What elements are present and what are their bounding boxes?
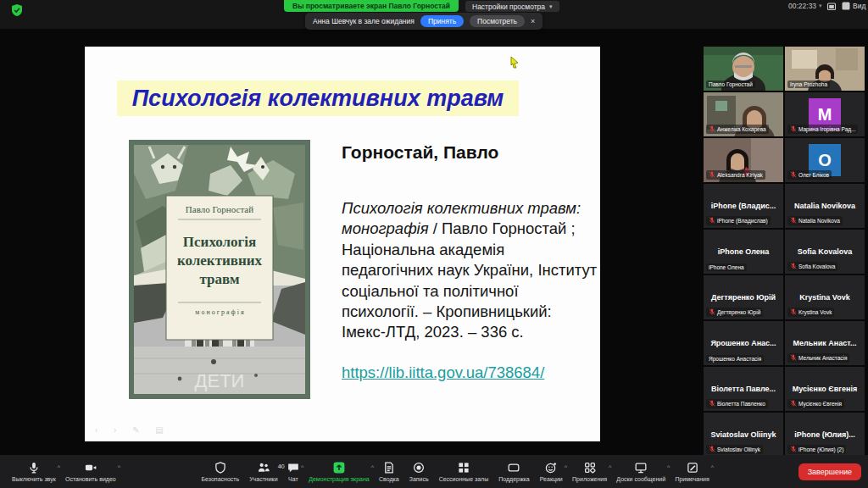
muted-mic-icon [790, 446, 797, 453]
meeting-toolbar: Выключить звук^Остановить видео^Безопасн… [0, 455, 868, 488]
muted-mic-icon [790, 263, 797, 270]
participant-name-label: Анжеліка Кохарева [706, 125, 769, 134]
participant-tile[interactable]: MМарина Ігорівна Рад... [785, 92, 865, 136]
participant-name-label: Sofia Kovalova [787, 262, 837, 271]
toolbar-label: Поддержка [498, 476, 530, 482]
toolbar-board-button[interactable]: Доски сообщений [611, 462, 670, 482]
participant-tile[interactable]: Павло Горностай [704, 47, 783, 91]
meeting-time-value: 00:22:33 [788, 2, 816, 10]
participant-name-label: iPhone (Юлия) (2) [787, 445, 846, 454]
participant-name-label: Віолетта Павленко [706, 399, 768, 408]
participant-name-label: iPhone (Владислав) [706, 216, 771, 225]
record-icon [413, 462, 425, 474]
svg-text:Павло Горностай: Павло Горностай [186, 204, 253, 214]
toolbar-support-button[interactable]: Поддержка [493, 462, 535, 482]
muted-mic-icon [709, 400, 715, 408]
participant-tile[interactable]: Мельник Анаст...Мельник Анастасія [785, 321, 865, 365]
book-cover-image: ДЕТИ Павло Горностай Психологія колектив… [129, 140, 310, 399]
participant-tile[interactable]: Анжеліка Кохарева [704, 92, 783, 136]
participant-name-label: Мельник Анастасія [787, 353, 849, 363]
muted-mic-icon [709, 446, 715, 453]
toolbar-label: Выключить звук [12, 476, 56, 482]
toolbar-note-button[interactable]: Примечания [670, 462, 714, 482]
participant-tile[interactable]: Krystina VovkKrystina Vovk [785, 275, 865, 319]
participant-name-label: Дегтяренко Юрій [706, 308, 763, 317]
toolbar-smile-button[interactable]: Реакции [535, 462, 568, 482]
admit-button[interactable]: Принять [420, 15, 464, 27]
fullscreen-icon[interactable] [826, 2, 837, 12]
participant-tile[interactable]: Віолетта Павле...Віолетта Павленко [704, 367, 783, 411]
chat-icon [287, 462, 299, 474]
book-citation: Психологія колективних травм: монографія… [342, 198, 598, 343]
toolbar-cam-button[interactable]: Остановить видео [60, 462, 121, 482]
view-button[interactable]: Вид [842, 2, 865, 10]
book-author-heading: Горностай, Павло [342, 142, 598, 163]
participant-name-label: Sviatoslav Oliinyk [706, 445, 763, 454]
participant-name-label: Krystina Vovk [787, 308, 834, 317]
svg-text:травм: травм [200, 271, 240, 287]
toolbar-mic-button[interactable]: Выключить звук [7, 462, 61, 482]
toolbar-label: Сессионные залы [439, 476, 489, 482]
participant-tile[interactable]: Natalia NovikovaNatalia Novikova [785, 184, 865, 228]
toolbar-chat-button[interactable]: Чат [282, 462, 304, 482]
meeting-timer[interactable]: 00:22:33 ▾ [788, 2, 822, 10]
toolbar-people-button[interactable]: 40Участники [244, 462, 282, 482]
participant-tile[interactable]: OОлег Бліков [785, 138, 865, 182]
share-icon [333, 462, 345, 474]
slide-nav-controls[interactable]: ‹ › ✎ ▤ [95, 425, 170, 435]
view-settings-dropdown[interactable]: Настройки просмотра ▾ [465, 1, 559, 12]
muted-mic-icon [790, 125, 797, 133]
participant-tile[interactable]: Дегтяренко ЮрійДегтяренко Юрій [704, 275, 783, 319]
participant-tile[interactable]: iPhone (Владис...iPhone (Владислав) [704, 184, 783, 228]
participant-name-label: Мусієнко Євгенія [787, 399, 844, 408]
toolbar-doc-button[interactable]: Сводка [374, 462, 404, 482]
toolbar-label: Доски сообщений [616, 476, 665, 482]
toast-message: Анна Шевчук в зале ожидания [313, 17, 415, 25]
participant-name-label: Олег Бліков [787, 170, 832, 180]
toolbar-share-button[interactable]: Демонстрация экрана [303, 462, 375, 482]
end-meeting-button[interactable]: Завершение [798, 463, 861, 480]
see-waiting-room-button[interactable]: Посмотреть [470, 15, 525, 27]
chevron-down-icon: ▾ [819, 3, 822, 9]
view-grid-icon [842, 2, 850, 10]
participants-strip: Павло ГорностайIryna ProzhohaАнжеліка Ко… [704, 47, 866, 455]
toolbar-label: Реакции [540, 476, 563, 482]
people-icon [258, 462, 270, 474]
participant-tile[interactable]: iPhone ОленаiPhone Олена [704, 230, 783, 274]
participant-tile[interactable]: iPhone (Юлия)...iPhone (Юлия) (2) [785, 413, 865, 455]
toolbar-shield-button[interactable]: Безопасность [196, 462, 244, 482]
participant-name-label: Павло Горностай [706, 80, 755, 88]
muted-mic-icon [709, 125, 715, 133]
participant-tile[interactable]: Мусієнко ЄвгеніяМусієнко Євгенія [785, 367, 865, 411]
participant-tile[interactable]: Sofia KovalovaSofia Kovalova [785, 230, 865, 274]
slide-title-banner: Психологія колективних травм [117, 80, 519, 116]
apps-icon [584, 462, 596, 474]
participant-tile[interactable]: Iryna Prozhoha [785, 47, 865, 91]
muted-mic-icon [790, 308, 797, 316]
presentation-slide: Психологія колективних травм [85, 47, 600, 441]
muted-mic-icon [709, 171, 715, 179]
support-icon [508, 462, 520, 474]
participant-name-label: Natalia Novikova [787, 216, 843, 225]
encryption-shield-icon [10, 3, 24, 17]
toolbar-label: Запись [409, 476, 429, 482]
toolbar-label: Участники [249, 476, 277, 482]
grid-icon [458, 462, 470, 474]
participant-name-label: Iryna Prozhoha [787, 80, 830, 88]
participant-tile[interactable]: Sviatoslav OliinykSviatoslav Oliinyk [704, 413, 783, 455]
participant-name-label: Ярошенко Анастасія [706, 355, 764, 363]
toolbar-grid-button[interactable]: Сессионные залы [434, 462, 494, 482]
close-icon[interactable]: × [531, 17, 535, 25]
muted-mic-icon [709, 217, 715, 225]
view-button-label: Вид [853, 2, 865, 10]
toolbar-label: Демонстрация экрана [309, 476, 370, 482]
svg-text:Психологія: Психологія [183, 234, 256, 250]
muted-mic-icon [790, 354, 797, 362]
participant-tile[interactable]: Ярошенко Анас...Ярошенко Анастасія [704, 321, 783, 365]
slide-text-column: Горностай, Павло Психологія колективних … [342, 142, 598, 382]
toolbar-apps-button[interactable]: Приложения [567, 462, 612, 482]
toolbar-record-button[interactable]: Запись [404, 462, 434, 482]
book-link[interactable]: https://lib.iitta.gov.ua/738684/ [342, 363, 544, 381]
svg-text:колективних: колективних [177, 252, 263, 269]
participant-tile[interactable]: Aleksandra Kiriyak [704, 138, 783, 182]
